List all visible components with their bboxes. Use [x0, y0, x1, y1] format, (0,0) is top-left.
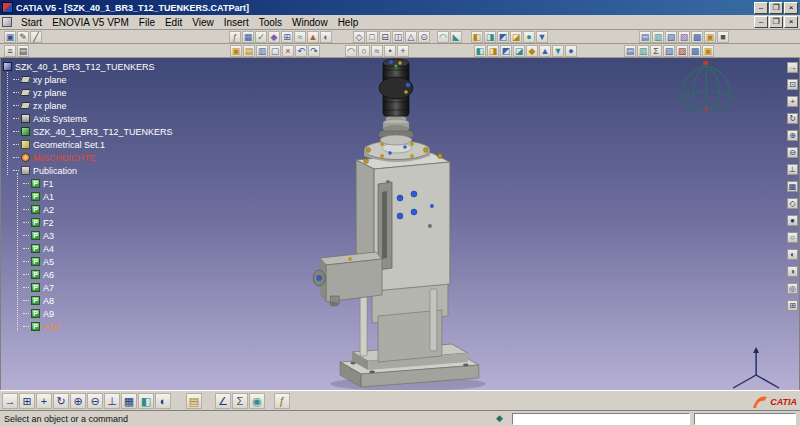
knowledge-formula-icon[interactable]: ƒ [274, 393, 290, 409]
swap-visible-icon[interactable]: ◑ [787, 266, 798, 277]
viewport-3d[interactable]: SZK_40_1_BR3_T12_TUENKERSxy planeyz plan… [0, 58, 800, 390]
tree-item-yz-plane[interactable]: yz plane [3, 86, 173, 99]
menu-start[interactable]: Start [16, 17, 47, 28]
tree-item-a4[interactable]: PA4 [3, 242, 173, 255]
zoom-in-icon[interactable]: ⊕ [787, 130, 798, 141]
measure-item-icon[interactable]: ▥ [637, 45, 649, 57]
measure-between-icon[interactable]: ▤ [624, 45, 636, 57]
tree-item-a1[interactable]: PA1 [3, 190, 173, 203]
catalog-icon[interactable]: ⊞ [281, 31, 293, 43]
hole-icon[interactable]: ⊙ [418, 31, 430, 43]
catalog-browser-icon[interactable]: ▤ [186, 393, 202, 409]
front-view-icon[interactable]: ▲ [539, 45, 551, 57]
pocket-icon[interactable]: ⊟ [379, 31, 391, 43]
close-button[interactable]: × [784, 2, 798, 14]
section-icon[interactable]: ▧ [663, 45, 675, 57]
menu-insert[interactable]: Insert [219, 17, 254, 28]
shading-edges-icon[interactable]: ◨ [487, 45, 499, 57]
normal-view-icon[interactable]: ⊥ [787, 164, 798, 175]
multi-view-icon[interactable]: ▦ [121, 393, 137, 409]
tree-item-a10[interactable]: PA10 [3, 320, 173, 333]
menu-view[interactable]: View [187, 17, 219, 28]
wireframe-icon[interactable]: ◩ [500, 45, 512, 57]
maximize-button[interactable]: ❐ [769, 16, 783, 28]
shading-icon[interactable]: ◧ [474, 45, 486, 57]
point-icon[interactable]: • [384, 45, 396, 57]
tree-item-a9[interactable]: PA9 [3, 307, 173, 320]
mass-library-icon[interactable]: ▤ [243, 45, 255, 57]
maximize-button[interactable]: ❐ [769, 2, 783, 14]
tree-item-szk-40-1-br3-t12-tuenkers[interactable]: SZK_40_1_BR3_T12_TUENKERS [3, 60, 173, 73]
knowledge-icon[interactable]: ◆ [268, 31, 280, 43]
rotate-body-icon[interactable]: ▥ [652, 31, 664, 43]
tree-item-axis-systems[interactable]: Axis Systems [3, 112, 173, 125]
tree-item-mischdichte[interactable]: MISCHDICHTE [3, 151, 173, 164]
top-view-icon[interactable]: ▼ [552, 45, 564, 57]
pencil-icon[interactable]: ✎ [17, 31, 29, 43]
symmetry-icon[interactable]: ▧ [665, 31, 677, 43]
sketch-icon[interactable]: ◇ [353, 31, 365, 43]
menu-tools[interactable]: Tools [254, 17, 287, 28]
zoom-in-icon[interactable]: ⊕ [70, 393, 86, 409]
side-view-icon[interactable]: ● [565, 45, 577, 57]
menu-enovia-v5-vpm[interactable]: ENOVIA V5 VPM [47, 17, 134, 28]
command-input[interactable] [512, 413, 690, 425]
axis-icon[interactable]: + [397, 45, 409, 57]
tree-item-f1[interactable]: PF1 [3, 177, 173, 190]
tree-item-geometrical-set-1[interactable]: Geometrical Set.1 [3, 138, 173, 151]
constraints-icon[interactable]: ◐ [320, 31, 332, 43]
minimize-button[interactable]: – [754, 2, 768, 14]
pan-icon[interactable]: + [787, 96, 798, 107]
circle-icon[interactable]: ○ [358, 45, 370, 57]
rotate-icon[interactable]: ↻ [787, 113, 798, 124]
sphere-icon[interactable]: ● [523, 31, 535, 43]
scale-body-icon[interactable]: ▣ [704, 31, 716, 43]
profile-icon[interactable]: ◠ [345, 45, 357, 57]
wire-cube-icon[interactable]: ◨ [484, 31, 496, 43]
tools-options-icon[interactable]: ▤ [17, 45, 29, 57]
fit-all-icon[interactable]: ⊞ [19, 393, 35, 409]
zoom-out-icon[interactable]: ⊖ [787, 147, 798, 158]
power-input-icon[interactable]: ≡ [4, 45, 16, 57]
document-icon[interactable] [2, 17, 12, 27]
formula-icon[interactable]: ƒ [229, 31, 241, 43]
pattern-icon[interactable]: ▩ [691, 31, 703, 43]
translate-icon[interactable]: ▤ [639, 31, 651, 43]
paste-special-icon[interactable]: ▥ [256, 45, 268, 57]
menu-file[interactable]: File [134, 17, 160, 28]
shaded-cube-icon[interactable]: ◧ [471, 31, 483, 43]
hidden-line-icon[interactable]: ◪ [513, 45, 525, 57]
tree-item-publication[interactable]: Publication [3, 164, 173, 177]
menu-help[interactable]: Help [333, 17, 364, 28]
tree-item-zx-plane[interactable]: zx plane [3, 99, 173, 112]
tree-item-a5[interactable]: PA5 [3, 255, 173, 268]
open-catalog-icon[interactable]: ▣ [230, 45, 242, 57]
tree-item-a7[interactable]: PA7 [3, 281, 173, 294]
tree-item-xy-plane[interactable]: xy plane [3, 73, 173, 86]
mirror-icon[interactable]: ▨ [678, 31, 690, 43]
multi-view-icon[interactable]: ▦ [787, 181, 798, 192]
cut-icon[interactable]: × [282, 45, 294, 57]
annotation-icon[interactable]: ▣ [702, 45, 714, 57]
command-prompt-icon[interactable]: ◆ [494, 413, 505, 424]
redo-icon[interactable]: ↷ [308, 45, 320, 57]
quarter-cube-icon[interactable]: ◪ [510, 31, 522, 43]
tree-item-szk-40-1-br3-t12-tuenkers[interactable]: SZK_40_1_BR3_T12_TUENKERS [3, 125, 173, 138]
hide-show-icon[interactable]: ◐ [155, 393, 171, 409]
hide-show-icon[interactable]: ◐ [787, 249, 798, 260]
measure-icon[interactable]: ∠ [215, 393, 231, 409]
tree-item-a3[interactable]: PA3 [3, 229, 173, 242]
rib-icon[interactable]: △ [405, 31, 417, 43]
check-icon[interactable]: ✓ [255, 31, 267, 43]
close-button[interactable]: × [784, 16, 798, 28]
fit-all-icon[interactable]: ⊡ [787, 79, 798, 90]
undo-icon[interactable]: ↶ [295, 45, 307, 57]
material-icon[interactable]: ◉ [249, 393, 265, 409]
distance-icon[interactable]: ▩ [689, 45, 701, 57]
relations-icon[interactable]: ≈ [294, 31, 306, 43]
full-screen-icon[interactable]: ⊞ [787, 300, 798, 311]
shading-mode-icon[interactable]: ● [787, 215, 798, 226]
chamfer-icon[interactable]: ◣ [450, 31, 462, 43]
fillet-icon[interactable]: ◠ [437, 31, 449, 43]
design-table-icon[interactable]: ▦ [242, 31, 254, 43]
